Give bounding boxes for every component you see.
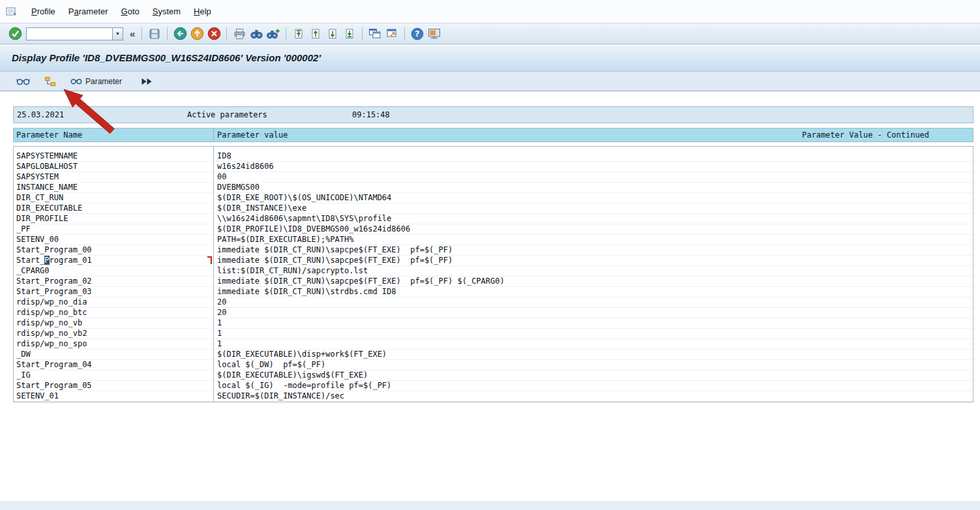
param-value: $(DIR_EXECUTABLE)\igswd$(FT_EXE) (217, 370, 368, 380)
back-button[interactable] (171, 25, 188, 42)
column-divider (213, 128, 214, 142)
param-name: Start_Program_02 (16, 277, 92, 286)
toolbar-separator (167, 27, 168, 40)
help-button[interactable]: ? (409, 25, 426, 42)
table-row[interactable]: DIR_PROFILE\\w16s24id8606\sapmnt\ID8\SYS… (14, 214, 973, 224)
system-toolbar: ▼ « (0, 23, 980, 44)
print-button[interactable] (231, 25, 248, 42)
table-row[interactable]: INSTANCE_NAMEDVEBMGS00 (14, 183, 973, 193)
table-row[interactable]: DIR_CT_RUN$(DIR_EXE_ROOT)\$(OS_UNICODE)\… (14, 193, 973, 203)
system-menu-icon[interactable] (4, 5, 20, 18)
display-button[interactable] (14, 76, 32, 87)
enter-button[interactable] (7, 25, 23, 42)
param-name: _PF (16, 224, 31, 234)
new-session-button[interactable] (366, 25, 383, 42)
table-row[interactable]: Start_Program_04local $(_DW) pf=$(_PF) (14, 360, 973, 370)
table-row[interactable]: SETENV_00PATH=$(DIR_EXECUTABLE);%PATH% (14, 235, 973, 245)
table-row[interactable]: _PF$(DIR_PROFILE)\ID8_DVEBMGS00_w16s24id… (14, 224, 973, 235)
save-icon (149, 28, 160, 40)
hierarchy-icon (44, 76, 56, 87)
first-page-button[interactable] (290, 25, 307, 42)
cancel-button[interactable] (205, 25, 222, 42)
help-icon: ? (411, 27, 424, 40)
table-row[interactable]: DIR_EXECUTABLE$(DIR_INSTANCE)\exe (14, 203, 973, 214)
table-row[interactable]: Start_Program_00immediate $(DIR_CT_RUN)\… (14, 245, 973, 256)
customize-layout-button[interactable] (426, 25, 443, 42)
find-button[interactable] (248, 25, 265, 42)
param-value: $(DIR_EXE_ROOT)\$(OS_UNICODE)\NTAMD64 (217, 193, 391, 203)
menu-help[interactable]: Help (187, 4, 218, 19)
chevron-down-icon: ▼ (115, 31, 120, 36)
param-value: local $(_DW) pf=$(_PF) (217, 360, 325, 370)
table-row[interactable]: SAPGLOBALHOSTw16s24id8606 (14, 162, 973, 172)
table-row[interactable]: SETENV_01SECUDIR=$(DIR_INSTANCE)/sec (14, 391, 973, 402)
command-input[interactable] (26, 27, 112, 40)
print-icon (233, 28, 246, 40)
command-dropdown-button[interactable]: ▼ (112, 27, 123, 40)
customize-layout-icon (428, 28, 441, 40)
basic-maintenance-button[interactable] (42, 75, 58, 88)
menu-goto[interactable]: Goto (115, 4, 146, 19)
param-value: immediate $(DIR_CT_RUN)\strdbs.cmd ID8 (217, 287, 396, 297)
application-toolbar: Parameter (0, 72, 980, 91)
table-row[interactable]: Start_Program_02immediate $(DIR_CT_RUN)\… (14, 277, 973, 287)
find-next-button[interactable] (265, 25, 282, 42)
last-page-button[interactable] (341, 25, 358, 42)
table-row[interactable]: Start_Program_01immediate $(DIR_CT_RUN)\… (14, 256, 973, 266)
create-shortcut-button[interactable] (383, 25, 400, 42)
param-name: rdisp/wp_no_spo (16, 339, 87, 349)
param-value: immediate $(DIR_CT_RUN)\sapcpe$(FT_EXE) … (217, 277, 505, 286)
table-row[interactable]: rdisp/wp_no_vb21 (14, 329, 973, 339)
save-button[interactable] (146, 25, 163, 42)
parameter-button[interactable]: Parameter (68, 76, 124, 87)
param-value: $(DIR_EXECUTABLE)\disp+work$(FT_EXE) (217, 350, 387, 359)
table-row[interactable]: Start_Program_03immediate $(DIR_CT_RUN)\… (14, 287, 973, 297)
next-screen-button[interactable] (138, 76, 155, 87)
param-name: Start_Program_04 (16, 360, 92, 370)
collapse-command-button[interactable]: « (127, 28, 138, 39)
page-up-button[interactable] (307, 25, 324, 42)
param-value: SECUDIR=$(DIR_INSTANCE)/sec (217, 391, 344, 401)
param-name: SAPSYSTEMNAME (16, 151, 78, 161)
exit-button[interactable] (188, 25, 205, 42)
menu-parameter[interactable]: Parameter (62, 4, 115, 19)
last-page-icon (344, 28, 355, 40)
column-parameter-name: Parameter Name (16, 128, 82, 142)
table-row[interactable]: Start_Program_05local $(_IG) -mode=profi… (14, 381, 973, 391)
param-value: \\w16s24id8606\sapmnt\ID8\SYS\profile (217, 214, 391, 224)
param-name: Start_Program_01 (16, 256, 92, 265)
param-name: _DW (16, 350, 31, 359)
page-down-button[interactable] (324, 25, 341, 42)
param-value: 20 (217, 297, 226, 307)
collapse-icon: « (130, 28, 135, 39)
title-bar: Display Profile 'ID8_DVEBMGS00_W16S24ID8… (0, 44, 980, 72)
param-name: _CPARG0 (16, 266, 50, 276)
table-row[interactable]: SAPSYSTEM00 (14, 172, 973, 183)
report-date: 25.03.2021 (17, 107, 64, 123)
table-row[interactable]: SAPSYSTEMNAMEID8 (14, 151, 973, 162)
report-title: Active parameters (187, 107, 267, 123)
param-value: 00 (217, 172, 226, 182)
parameter-button-label: Parameter (85, 77, 122, 86)
page-up-icon (310, 28, 321, 40)
table-row[interactable]: rdisp/wp_no_btc20 (14, 308, 973, 318)
menu-system[interactable]: System (146, 4, 187, 19)
table-row[interactable]: rdisp/wp_no_dia20 (14, 297, 973, 308)
table-row[interactable]: _IG$(DIR_EXECUTABLE)\igswd$(FT_EXE) (14, 370, 973, 381)
table-row[interactable]: rdisp/wp_no_vb1 (14, 318, 973, 329)
table-row[interactable]: rdisp/wp_no_spo1 (14, 339, 973, 350)
exit-icon (190, 27, 204, 40)
menu-profile[interactable]: Profile (25, 4, 62, 19)
table-row[interactable]: _DW$(DIR_EXECUTABLE)\disp+work$(FT_EXE) (14, 350, 973, 360)
param-name: SETENV_01 (16, 391, 59, 401)
svg-text:?: ? (415, 29, 420, 38)
param-value: 1 (217, 318, 222, 328)
param-name: _IG (16, 370, 31, 380)
param-value: PATH=$(DIR_EXECUTABLE);%PATH% (217, 235, 354, 245)
table-row[interactable]: _CPARG0list:$(DIR_CT_RUN)/sapcrypto.lst (14, 266, 973, 277)
toolbar-separator (404, 27, 405, 40)
param-value: immediate $(DIR_CT_RUN)\sapcpe$(FT_EXE) … (217, 245, 453, 255)
column-parameter-value-continued: Parameter Value - Continued (802, 128, 929, 142)
param-name: SETENV_00 (16, 235, 59, 245)
cancel-icon (207, 27, 221, 40)
